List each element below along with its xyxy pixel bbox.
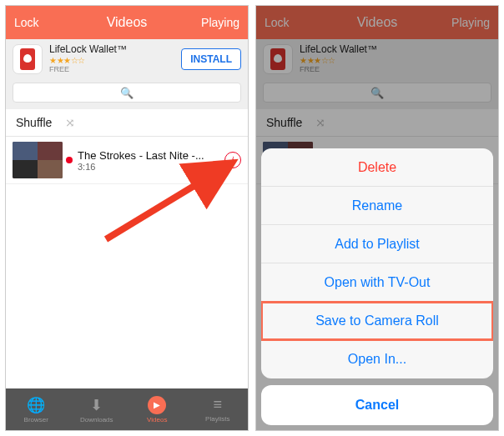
navbar: Lock Videos Playing <box>6 6 248 39</box>
shuffle-icon: ⤨ <box>65 116 75 129</box>
install-button[interactable]: INSTALL <box>181 48 241 70</box>
ad-price: FREE <box>49 65 174 73</box>
play-icon: ▶ <box>148 396 166 414</box>
ad-title: LifeLock Wallet™ <box>300 44 491 56</box>
tab-bar: 🌐 Browser ⬇ Downloads ▶ Videos ≡ Playlis… <box>6 388 248 430</box>
sheet-rename[interactable]: Rename <box>261 187 493 225</box>
tab-videos[interactable]: ▶ Videos <box>127 388 188 430</box>
nav-lock-button[interactable]: Lock <box>14 16 39 29</box>
tab-browser[interactable]: 🌐 Browser <box>6 388 67 430</box>
navbar: Lock Videos Playing <box>256 6 498 39</box>
tab-label: Videos <box>147 416 167 423</box>
screen-left: Lock Videos Playing LifeLock Wallet™ ★★★… <box>5 5 249 431</box>
ad-banner: LifeLock Wallet™ ★★★☆☆ FREE <box>256 39 498 79</box>
search-icon: 🔍 <box>120 87 134 99</box>
sheet-add-to-playlist[interactable]: Add to Playlist <box>261 225 493 263</box>
shuffle-label: Shuffle <box>266 116 302 129</box>
ad-price: FREE <box>300 65 491 73</box>
ad-rating-stars: ★★★☆☆ <box>49 56 174 66</box>
shuffle-icon: ⤨ <box>315 116 325 129</box>
ad-banner: LifeLock Wallet™ ★★★☆☆ FREE INSTALL <box>6 39 248 79</box>
shuffle-bar[interactable]: Shuffle ⤨ <box>256 109 498 137</box>
tab-downloads[interactable]: ⬇ Downloads <box>67 388 128 430</box>
searchbar-wrap: 🔍 <box>256 79 498 109</box>
tab-label: Playlists <box>205 415 229 423</box>
ad-app-icon <box>263 44 293 74</box>
sheet-open-tv-out[interactable]: Open with TV-Out <box>261 263 493 302</box>
list-icon: ≡ <box>213 396 222 413</box>
video-row[interactable]: The Strokes - Last Nite -... 3:16 i <box>6 137 248 184</box>
sheet-open-in[interactable]: Open In... <box>261 340 493 378</box>
video-duration: 3:16 <box>78 162 224 172</box>
search-icon: 🔍 <box>370 87 384 99</box>
search-input[interactable]: 🔍 <box>13 83 241 103</box>
download-icon: ⬇ <box>90 396 103 414</box>
info-button[interactable]: i <box>224 152 241 168</box>
ad-app-icon <box>13 44 43 74</box>
searchbar-wrap: 🔍 <box>6 79 248 109</box>
sheet-delete[interactable]: Delete <box>261 148 493 187</box>
sheet-save-camera-roll[interactable]: Save to Camera Roll <box>261 302 493 340</box>
search-input[interactable]: 🔍 <box>263 83 491 103</box>
ad-title: LifeLock Wallet™ <box>49 44 174 56</box>
action-sheet-options: Delete Rename Add to Playlist Open with … <box>261 148 493 378</box>
nav-playing-button[interactable]: Playing <box>451 16 490 29</box>
tab-playlists[interactable]: ≡ Playlists <box>188 388 249 430</box>
tab-label: Browser <box>24 416 48 423</box>
screen-right: Lock Videos Playing LifeLock Wallet™ ★★★… <box>255 5 499 431</box>
shuffle-bar[interactable]: Shuffle ⤨ <box>6 109 248 137</box>
video-thumbnail <box>13 142 63 178</box>
video-title: The Strokes - Last Nite -... <box>78 149 224 162</box>
nav-lock-button[interactable]: Lock <box>265 16 290 29</box>
unplayed-dot-icon <box>66 157 73 163</box>
video-list: The Strokes - Last Nite -... 3:16 i <box>6 137 248 388</box>
nav-playing-button[interactable]: Playing <box>201 16 239 29</box>
sheet-cancel[interactable]: Cancel <box>261 385 493 425</box>
action-sheet: Delete Rename Add to Playlist Open with … <box>261 148 493 425</box>
tab-label: Downloads <box>80 416 113 423</box>
ad-rating-stars: ★★★☆☆ <box>300 56 491 66</box>
shuffle-label: Shuffle <box>16 116 52 129</box>
globe-icon: 🌐 <box>27 396 45 414</box>
